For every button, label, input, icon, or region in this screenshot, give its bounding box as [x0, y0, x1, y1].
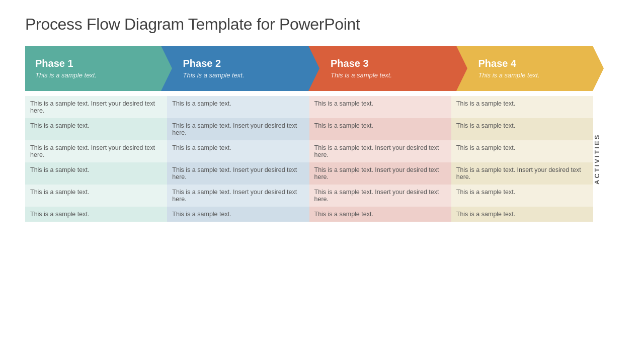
- activities-label: ACTIVITIES: [593, 96, 604, 222]
- phase-2-title: Phase 2: [183, 58, 294, 69]
- phase-2-arrow: Phase 2 This is a sample text.: [161, 46, 309, 91]
- cell-r4-c3: This is a sample text.: [451, 185, 593, 207]
- cell-r4-c1: This is a sample text. Insert your desir…: [167, 185, 309, 207]
- activities-table: This is a sample text. Insert your desir…: [25, 96, 593, 222]
- cell-r0-c1: This is a sample text.: [167, 96, 309, 118]
- cell-r1-c0: This is a sample text.: [25, 118, 167, 140]
- page-container: Process Flow Diagram Template for PowerP…: [0, 0, 644, 362]
- table-row: This is a sample text. Insert your desir…: [25, 140, 593, 162]
- table-row: This is a sample text.This is a sample t…: [25, 185, 593, 207]
- phase-header-row: Phase 1 This is a sample text. Phase 2 T…: [25, 46, 604, 91]
- table-row: This is a sample text.This is a sample t…: [25, 162, 593, 185]
- phase-4-subtitle: This is a sample text.: [478, 71, 589, 79]
- cell-r5-c0: This is a sample text.: [25, 207, 167, 222]
- activities-table-container: This is a sample text. Insert your desir…: [25, 96, 604, 222]
- cell-r1-c1: This is a sample text. Insert your desir…: [167, 118, 309, 140]
- page-title: Process Flow Diagram Template for PowerP…: [25, 15, 619, 34]
- cell-r0-c3: This is a sample text.: [451, 96, 593, 118]
- cell-r3-c3: This is a sample text. Insert your desir…: [451, 162, 593, 185]
- cell-r4-c0: This is a sample text.: [25, 185, 167, 207]
- phase-4-arrow: Phase 4 This is a sample text.: [456, 46, 604, 91]
- phase-1-subtitle: This is a sample text.: [35, 71, 146, 79]
- table-row: This is a sample text. Insert your desir…: [25, 96, 593, 118]
- phase-2-subtitle: This is a sample text.: [183, 71, 294, 79]
- cell-r1-c2: This is a sample text.: [309, 118, 451, 140]
- cell-r3-c1: This is a sample text. Insert your desir…: [167, 162, 309, 185]
- phase-3-subtitle: This is a sample text.: [331, 71, 441, 79]
- cell-r2-c0: This is a sample text. Insert your desir…: [25, 140, 167, 162]
- cell-r2-c2: This is a sample text. Insert your desir…: [309, 140, 451, 162]
- cell-r0-c0: This is a sample text. Insert your desir…: [25, 96, 167, 118]
- table-row: This is a sample text.This is a sample t…: [25, 118, 593, 140]
- cell-r1-c3: This is a sample text.: [451, 118, 593, 140]
- cell-r2-c3: This is a sample text.: [451, 140, 593, 162]
- table-row: This is a sample text.This is a sample t…: [25, 207, 593, 222]
- cell-r5-c1: This is a sample text.: [167, 207, 309, 222]
- phase-3-title: Phase 3: [331, 58, 441, 69]
- cell-r4-c2: This is a sample text. Insert your desir…: [309, 185, 451, 207]
- phase-3-arrow: Phase 3 This is a sample text.: [308, 46, 456, 91]
- phase-1-title: Phase 1: [35, 58, 146, 69]
- phase-4-title: Phase 4: [478, 58, 589, 69]
- cell-r2-c1: This is a sample text.: [167, 140, 309, 162]
- phase-1-arrow: Phase 1 This is a sample text.: [25, 46, 161, 91]
- cell-r3-c0: This is a sample text.: [25, 162, 167, 185]
- cell-r3-c2: This is a sample text. Insert your desir…: [309, 162, 451, 185]
- cell-r5-c2: This is a sample text.: [309, 207, 451, 222]
- cell-r5-c3: This is a sample text.: [451, 207, 593, 222]
- cell-r0-c2: This is a sample text.: [309, 96, 451, 118]
